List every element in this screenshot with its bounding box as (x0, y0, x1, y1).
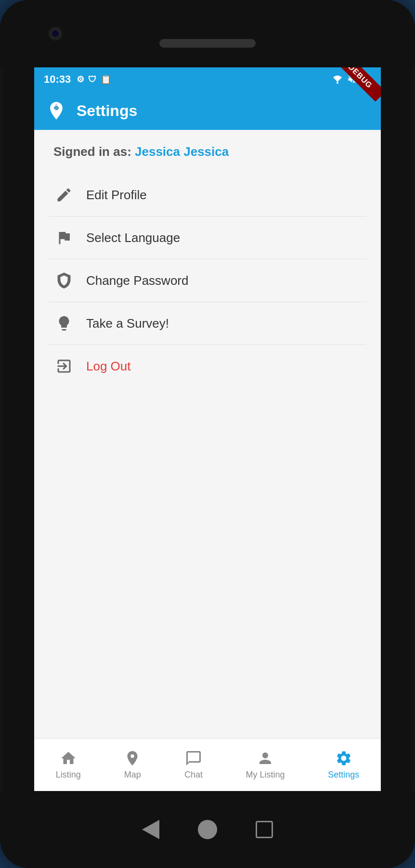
clipboard-status-icon: 📋 (101, 74, 111, 85)
status-bar: 10:33 ⚙ 🛡 📋 (34, 67, 381, 91)
status-time: 10:33 (44, 73, 71, 86)
nav-listing-label: Listing (56, 770, 81, 780)
content-area: Signed in as: Jessica Jessica Edit Profi… (34, 130, 381, 738)
select-language-item[interactable]: Select Language (49, 217, 366, 259)
gear-nav-icon (335, 750, 352, 767)
svg-text:⚓: ⚓ (53, 103, 60, 110)
nav-chat[interactable]: Chat (175, 745, 212, 785)
phone-top-bar (0, 0, 415, 67)
person-icon (257, 750, 274, 767)
svg-point-0 (337, 82, 338, 84)
nav-settings[interactable]: Settings (318, 745, 369, 785)
chat-icon (185, 750, 202, 767)
nav-settings-label: Settings (328, 770, 359, 780)
edit-profile-item[interactable]: Edit Profile (49, 174, 366, 217)
settings-status-icon: ⚙ (77, 74, 84, 85)
status-left: 10:33 ⚙ 🛡 📋 (44, 73, 111, 86)
take-survey-label: Take a Survey! (86, 316, 169, 331)
bottom-nav: Listing Map Chat My Lis (34, 738, 381, 791)
front-camera (48, 26, 63, 41)
nav-listing[interactable]: Listing (46, 745, 91, 785)
back-button[interactable] (142, 820, 159, 839)
change-password-label: Change Password (86, 273, 188, 288)
home-button[interactable] (198, 820, 217, 839)
take-survey-item[interactable]: Take a Survey! (49, 302, 366, 345)
nav-my-listing[interactable]: My Listing (236, 745, 295, 785)
shield-icon (53, 270, 75, 291)
phone-frame: 10:33 ⚙ 🛡 📋 (0, 0, 415, 868)
signed-in-label: Signed in as: Jessica Jessica (53, 144, 366, 159)
pencil-icon (53, 184, 75, 205)
wifi-icon (332, 75, 343, 84)
phone-speaker (159, 39, 256, 48)
recent-button[interactable] (256, 821, 273, 838)
logout-icon (53, 356, 75, 377)
nav-map[interactable]: Map (114, 745, 151, 785)
change-password-item[interactable]: Change Password (49, 259, 366, 302)
edit-profile-label: Edit Profile (86, 188, 147, 203)
map-pin-icon (124, 750, 141, 767)
nav-my-listing-label: My Listing (246, 770, 285, 780)
phone-screen: 10:33 ⚙ 🛡 📋 (34, 67, 381, 791)
app-bar-title: Settings (77, 102, 137, 120)
lightbulb-icon (53, 313, 75, 334)
phone-bottom-bar (0, 791, 415, 868)
home-icon (60, 750, 77, 767)
app-logo-icon: ⚓ (46, 100, 67, 121)
nav-chat-label: Chat (184, 770, 203, 780)
shield-status-icon: 🛡 (88, 75, 97, 85)
select-language-label: Select Language (86, 230, 180, 245)
app-bar: ⚓ Settings (34, 91, 381, 130)
log-out-label: Log Out (86, 359, 131, 374)
status-icons: ⚙ 🛡 📋 (77, 74, 111, 85)
log-out-item[interactable]: Log Out (49, 345, 366, 387)
nav-map-label: Map (124, 770, 141, 780)
flag-icon (53, 227, 75, 248)
